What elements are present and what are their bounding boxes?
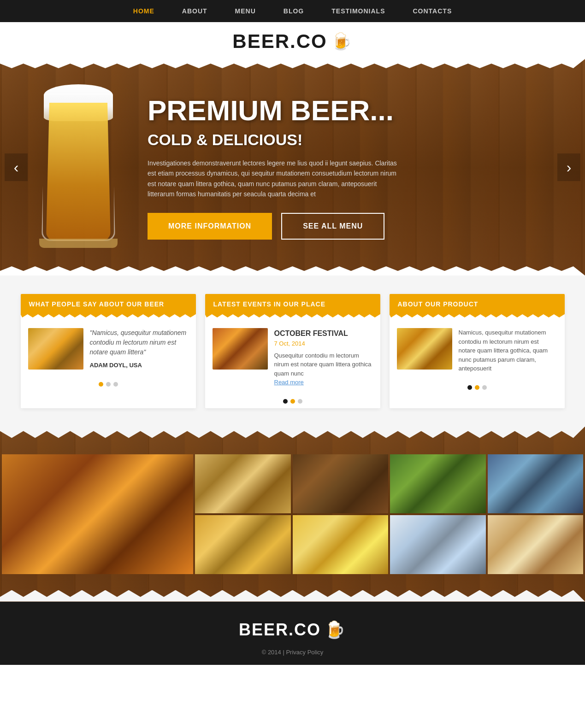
logo-text: BEER.CO xyxy=(232,30,327,53)
logo-beer-icon: 🍺 xyxy=(331,32,353,51)
product-card-body: Namicus, qusequitur mutationem contodiu … xyxy=(390,321,565,381)
events-dots xyxy=(205,394,380,408)
footer-beer-icon: 🍺 xyxy=(325,620,346,640)
gallery-item-grains[interactable] xyxy=(195,454,291,513)
hero-buttons: MORE INFORMATION SEE ALL MENU xyxy=(148,213,557,240)
gallery-item-barrels[interactable] xyxy=(293,454,389,513)
more-info-button[interactable]: MORE INFORMATION xyxy=(148,213,272,240)
dot-3[interactable] xyxy=(113,382,118,387)
product-image xyxy=(397,328,452,370)
testimonials-dots xyxy=(21,377,196,391)
hero-heading1: PREMIUM BEER... xyxy=(148,95,557,126)
gallery-item-golden[interactable] xyxy=(293,515,389,574)
main-nav: HOME ABOUT MENU BLOG TESTIMONIALS CONTAC… xyxy=(0,0,585,22)
product-card: ABOUT OUR PRODUCT Namicus, qusequitur mu… xyxy=(390,294,565,408)
event-title: OCTOBER FESTIVAL xyxy=(274,328,373,339)
dot-2[interactable] xyxy=(290,399,295,404)
gallery-item-beer-glass2[interactable] xyxy=(390,515,486,574)
hero-description: Investigationes demonstraverunt lectores… xyxy=(148,158,401,200)
events-card-body: OCTOBER FESTIVAL 7 Oct, 2014 Qusequitur … xyxy=(205,321,380,394)
events-card: LATEST EVENTS IN OUR PLACE OCTOBER FESTI… xyxy=(205,294,380,408)
product-dots xyxy=(390,381,565,394)
hero-section: ‹ PREMIUM BEER... COLD & DELICIOUS! Inve… xyxy=(0,59,585,276)
testimonials-quote: "Namicus, qusequitur mutationem contodiu… xyxy=(90,328,189,357)
testimonials-author: ADAM DOYL, USA xyxy=(90,361,189,370)
dot-3[interactable] xyxy=(482,385,487,390)
testimonials-card-body: "Namicus, qusequitur mutationem contodiu… xyxy=(21,321,196,377)
footer-copyright: © 2014 | Privacy Policy xyxy=(9,649,576,656)
event-description: Qusequitur contodiu m lectorum nirum est… xyxy=(274,351,373,378)
gallery-item-beers-dark[interactable] xyxy=(2,454,193,574)
dot-3[interactable] xyxy=(298,399,302,404)
hero-beer-glass xyxy=(28,84,129,241)
hero-text-block: PREMIUM BEER... COLD & DELICIOUS! Invest… xyxy=(148,95,557,240)
dot-2[interactable] xyxy=(475,385,479,390)
events-text: OCTOBER FESTIVAL 7 Oct, 2014 Qusequitur … xyxy=(274,328,373,387)
gallery-section xyxy=(0,427,585,602)
footer-logo-text: BEER.CO xyxy=(239,620,321,640)
footer-logo: BEER.CO 🍺 xyxy=(239,620,346,640)
gallery-item-hops[interactable] xyxy=(390,454,486,513)
read-more-link[interactable]: Read more xyxy=(274,378,373,387)
nav-blog[interactable]: BLOG xyxy=(284,7,304,15)
gallery-item-toast[interactable] xyxy=(488,515,584,574)
testimonials-text: "Namicus, qusequitur mutationem contodiu… xyxy=(90,328,189,370)
dot-1[interactable] xyxy=(99,382,103,387)
gallery-item-pouring[interactable] xyxy=(195,515,291,574)
nav-contacts[interactable]: CONTACTS xyxy=(413,7,452,15)
nav-testimonials[interactable]: TESTIMONIALS xyxy=(331,7,385,15)
cards-section: WHAT PEOPLE SAY ABOUT OUR BEER "Namicus,… xyxy=(0,276,585,427)
see-all-menu-button[interactable]: SEE ALL MENU xyxy=(281,213,384,240)
events-image xyxy=(213,328,268,370)
gallery-grid xyxy=(2,454,583,574)
nav-home[interactable]: HOME xyxy=(133,7,154,15)
event-date: 7 Oct, 2014 xyxy=(274,339,373,348)
testimonials-image xyxy=(28,328,83,370)
gallery-item-man[interactable] xyxy=(488,454,584,513)
dot-1[interactable] xyxy=(467,385,472,390)
logo-header: BEER.CO 🍺 xyxy=(0,22,585,59)
hero-prev-button[interactable]: ‹ xyxy=(5,153,28,181)
testimonials-card: WHAT PEOPLE SAY ABOUT OUR BEER "Namicus,… xyxy=(21,294,196,408)
hero-next-button[interactable]: › xyxy=(557,153,580,181)
nav-about[interactable]: ABOUT xyxy=(182,7,207,15)
dot-1[interactable] xyxy=(283,399,288,404)
nav-menu[interactable]: MENU xyxy=(235,7,256,15)
dot-2[interactable] xyxy=(106,382,111,387)
footer: BEER.CO 🍺 © 2014 | Privacy Policy xyxy=(0,602,585,665)
product-text: Namicus, qusequitur mutationem contodiu … xyxy=(459,328,557,373)
hero-heading2: COLD & DELICIOUS! xyxy=(148,131,557,149)
